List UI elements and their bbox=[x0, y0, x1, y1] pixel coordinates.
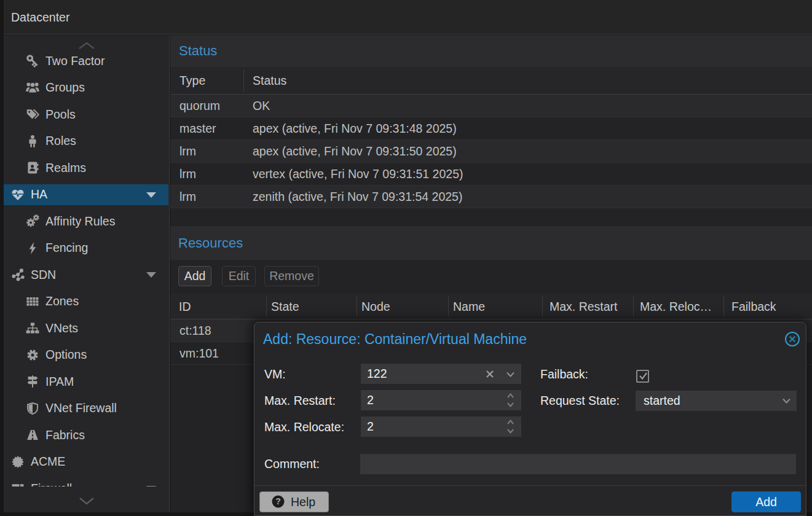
svg-text:?: ? bbox=[275, 496, 281, 506]
